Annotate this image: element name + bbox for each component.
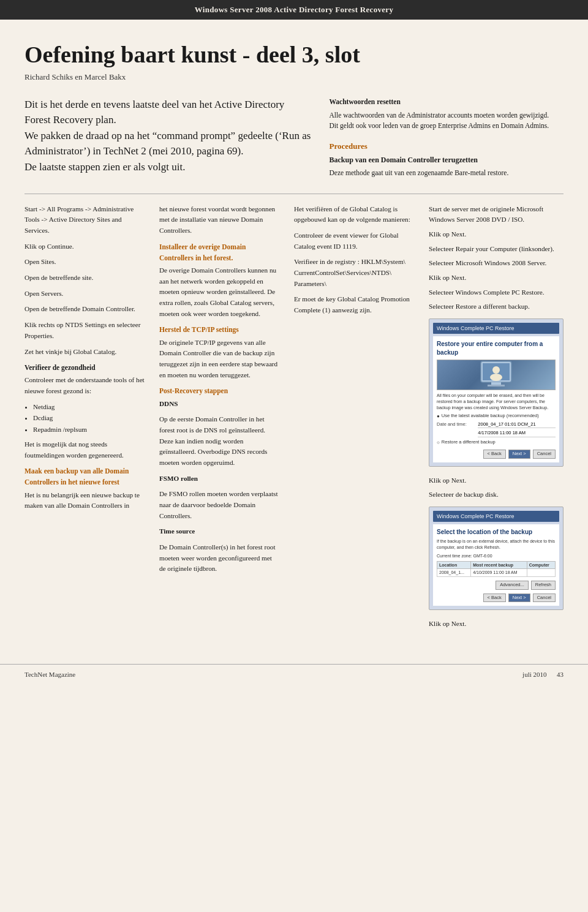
screenshot2-heading: Select the location of the backup bbox=[437, 528, 556, 537]
col2-p2: De overige Domain Controllers kunnen nu … bbox=[159, 265, 279, 319]
screenshot-2: Windows Complete PC Restore Select the l… bbox=[429, 507, 564, 610]
screenshot1-body-text: All files on your computer will be erase… bbox=[437, 393, 556, 410]
wachtwoorden-p1: Alle wachtwoorden van de Administrator a… bbox=[330, 110, 564, 121]
col2-time-heading: Time source bbox=[159, 527, 195, 535]
col3-p1: Het verifiëren of de Global Catalog is o… bbox=[294, 204, 414, 225]
screenshot2-btns: Advanced... Refresh bbox=[437, 581, 556, 590]
screenshot1-body: Restore your entire computer from a back… bbox=[433, 336, 559, 462]
screenshot2-col3-header: Computer bbox=[527, 561, 555, 569]
col1-p4: Open de betreffende site. bbox=[24, 273, 145, 284]
screenshot2-back-btn[interactable]: < Back bbox=[483, 594, 506, 603]
col2-p6: De Domain Controller(s) in het forest ro… bbox=[159, 542, 279, 575]
screenshot1-option-row: ● Use the latest available backup (recom… bbox=[437, 413, 556, 420]
col1-bullet-list: Netdiag Dcdiag Repadmin /replsum bbox=[33, 402, 145, 435]
screenshot2-table: Location Most recent backup Computer 200… bbox=[437, 561, 556, 578]
column-2: het nieuwe forest voordat wordt begonnen… bbox=[159, 204, 279, 633]
right-p1: Start de server met de originele Microso… bbox=[429, 204, 564, 225]
svg-rect-3 bbox=[488, 385, 505, 386]
screenshot1-datetime-row: 4/17/2008 11:00 18 AM bbox=[437, 430, 556, 437]
screenshot2-refresh-btn[interactable]: Refresh bbox=[531, 581, 556, 590]
screenshot1-cancel-btn[interactable]: Cancel bbox=[533, 450, 556, 459]
right-p7: Selecteer Restore a different backup. bbox=[429, 301, 564, 312]
screenshot2-table-row: 2008_04_1... 4/10/2009 11:00 18 AM bbox=[437, 569, 556, 577]
col2-heading1: Installeer de overige Domain Controllers… bbox=[159, 241, 279, 263]
footer: TechNet Magazine juli 2010 43 bbox=[0, 664, 588, 683]
column-3: Het verifiëren of de Global Catalog is o… bbox=[294, 204, 414, 633]
bullet-item-3: Repadmin /replsum bbox=[33, 424, 145, 435]
right-p10: Klik op Next. bbox=[429, 619, 564, 630]
col1-verifieer-heading: Verifieer de gezondheid bbox=[24, 362, 145, 373]
right-p5: Klik op Next. bbox=[429, 273, 564, 284]
screenshot2-row-loc: 2008_04_1... bbox=[437, 569, 471, 577]
col3-p2: Controleer de event viewer for Global Ca… bbox=[294, 230, 414, 252]
screenshot1-image bbox=[437, 360, 556, 390]
screenshot2-col1-header: Location bbox=[437, 561, 471, 569]
screenshot1-date-label: Date and time: bbox=[437, 421, 475, 429]
col2-heading2: Herstel de TCP/IP settings bbox=[159, 324, 279, 335]
screenshot1-next-btn[interactable]: Next > bbox=[508, 450, 530, 459]
wachtwoorden-p2: Dit geldt ook voor leden van de groep En… bbox=[330, 121, 564, 132]
col3-p3: Verifieer in de registry : HKLM\System\ … bbox=[294, 257, 414, 289]
intro-section: Dit is het derde en tevens laatste deel … bbox=[24, 97, 564, 179]
screenshot1-heading: Restore your entire computer from a back… bbox=[437, 340, 556, 357]
col1-p3: Open Sites. bbox=[24, 257, 145, 268]
footer-right: juli 2010 43 bbox=[522, 671, 564, 678]
col1-p10: Het is mogelijk dat nog steeds foutmeldi… bbox=[24, 439, 145, 461]
intro-p1: Dit is het derde en tevens laatste deel … bbox=[24, 97, 311, 128]
screenshot1-date-row: Date and time: 2008_04_17 01:01 DCM_21 bbox=[437, 421, 556, 429]
screenshot1-restore-label: Restore a different backup bbox=[442, 439, 496, 446]
col1-p1: Start -> All Programs -> Administrative … bbox=[24, 204, 145, 236]
footer-left: TechNet Magazine bbox=[24, 671, 75, 678]
col1-p8: Zet het vinkje bij Global Catalog. bbox=[24, 347, 145, 358]
page: Windows Server 2008 Active Directory For… bbox=[0, 0, 588, 912]
footer-date: juli 2010 bbox=[522, 671, 546, 678]
col2-p3: De originele TCP/IP gegevens van alle Do… bbox=[159, 337, 279, 381]
right-p6: Selecteer Windows Complete PC Restore. bbox=[429, 287, 564, 298]
body-section: Start -> All Programs -> Administrative … bbox=[24, 204, 564, 633]
procedures-heading: Procedures bbox=[330, 140, 564, 153]
header-title: Windows Server 2008 Active Directory For… bbox=[195, 5, 393, 14]
wachtwoorden-heading: Wachtwoorden resetten bbox=[330, 97, 564, 108]
monitor-svg bbox=[478, 360, 514, 390]
intro-left: Dit is het derde en tevens laatste deel … bbox=[24, 97, 311, 179]
screenshot1-option1: Use the latest available backup (recomme… bbox=[442, 413, 539, 420]
intro-p2: We pakken de draad op na het “command pr… bbox=[24, 128, 311, 159]
screenshot2-body: Select the location of the backup If the… bbox=[433, 524, 559, 606]
author-line: Richard Schiks en Marcel Bakx bbox=[24, 72, 564, 82]
right-p2: Klik op Next. bbox=[429, 229, 564, 240]
svg-point-4 bbox=[492, 366, 500, 374]
col1-backup-heading: Maak een backup van alle Domain Controll… bbox=[24, 465, 145, 488]
screenshot2-advanced-btn[interactable]: Advanced... bbox=[496, 581, 529, 590]
right-p4: Selecteer Microsoft Windows 2008 Server. bbox=[429, 258, 564, 269]
col2-fsmo-heading: FSMO rollen bbox=[159, 475, 198, 482]
procedures-subheading: Backup van een Domain Controller terugze… bbox=[330, 154, 564, 166]
section-divider bbox=[24, 194, 564, 194]
procedures-text: Deze methode gaat uit van een zogenaamde… bbox=[330, 168, 564, 179]
screenshot2-cancel-btn[interactable]: Cancel bbox=[533, 594, 556, 603]
intro-right: Wachtwoorden resetten Alle wachtwoorden … bbox=[330, 97, 564, 179]
screenshot1-titlebar: Windows Complete PC Restore bbox=[433, 323, 559, 334]
col1-p11: Het is nu belangrijk een nieuwe backup t… bbox=[24, 490, 145, 511]
col2-p4: Op de eerste Domain Controller in het fo… bbox=[159, 414, 279, 468]
main-title: Oefening baart kunst - deel 3, slot bbox=[24, 42, 564, 69]
bullet-item-1: Netdiag bbox=[33, 402, 145, 413]
screenshot1-datetime-value: 4/17/2008 11:00 18 AM bbox=[478, 430, 556, 437]
footer-page: 43 bbox=[557, 671, 564, 678]
screenshot2-next-btn[interactable]: Next > bbox=[508, 594, 530, 603]
screenshot2-nav-btns: < Back Next > Cancel bbox=[437, 594, 556, 603]
column-1: Start -> All Programs -> Administrative … bbox=[24, 204, 145, 633]
screenshot2-row-comp bbox=[527, 569, 555, 577]
right-p8: Klik op Next. bbox=[429, 475, 564, 486]
screenshot-1: Windows Complete PC Restore Restore your… bbox=[429, 318, 564, 466]
col2-heading3: Post-Recovery stappen bbox=[159, 385, 279, 396]
screenshot1-btns: < Back Next > Cancel bbox=[437, 450, 556, 459]
col1-p7: Klik rechts op NTDS Settings en selectee… bbox=[24, 320, 145, 341]
col1-p5: Open Servers. bbox=[24, 288, 145, 300]
screenshot2-timezone: Current time zone: GMT-6:00 bbox=[437, 553, 556, 559]
content-area: Oefening baart kunst - deel 3, slot Rich… bbox=[0, 20, 588, 658]
screenshot2-body-text: If the backup is on an external device, … bbox=[437, 538, 556, 551]
col1-p9: Controleer met de onderstaande tools of … bbox=[24, 375, 145, 396]
screenshot1-back-btn[interactable]: < Back bbox=[483, 450, 506, 459]
screenshot1-restore-row: ○ Restore a different backup bbox=[437, 439, 556, 446]
screenshot1-date-value: 2008_04_17 01:01 DCM_21 bbox=[478, 421, 556, 429]
